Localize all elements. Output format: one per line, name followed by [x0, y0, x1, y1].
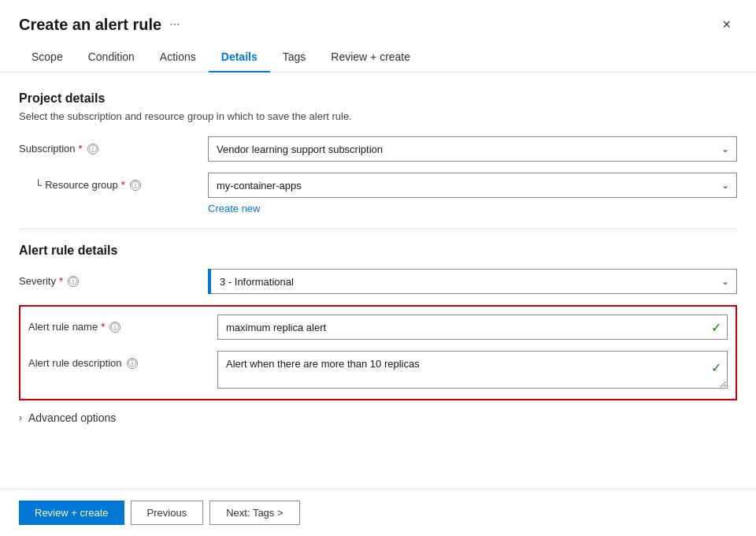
resource-group-label: └ Resource group * ⓘ [19, 173, 208, 191]
subscription-select[interactable]: Vendor learning support subscription [208, 136, 737, 162]
project-details-title: Project details [19, 91, 737, 106]
resource-group-required: * [121, 179, 125, 191]
alert-rule-desc-textarea[interactable]: Alert when there are more than 10 replic… [217, 351, 728, 389]
alert-rule-name-check-icon: ✓ [711, 320, 721, 335]
alert-rule-details-title: Alert rule details [19, 244, 737, 258]
subscription-info-icon[interactable]: ⓘ [87, 143, 98, 154]
severity-control: 3 - Informational 0 - Critical 1 - Error… [208, 269, 737, 294]
alert-rule-desc-input-wrapper: Alert when there are more than 10 replic… [217, 351, 728, 391]
dialog-ellipsis[interactable]: ··· [169, 17, 180, 32]
advanced-options-label: Advanced options [28, 411, 116, 424]
resource-group-select[interactable]: my-container-apps [208, 173, 737, 198]
alert-rule-name-input[interactable] [217, 315, 728, 340]
resource-group-row: └ Resource group * ⓘ my-container-apps ⌄… [19, 173, 737, 214]
dialog-footer: Review + create Previous Next: Tags > [0, 489, 756, 536]
subscription-label: Subscription * ⓘ [19, 136, 208, 154]
alert-rule-desc-label: Alert rule description ⓘ [28, 351, 217, 369]
advanced-options-chevron-icon: › [19, 412, 22, 423]
severity-select[interactable]: 3 - Informational 0 - Critical 1 - Error… [208, 269, 737, 294]
severity-required: * [59, 275, 63, 287]
subscription-required: * [79, 143, 83, 154]
dialog-title: Create an alert rule [19, 16, 161, 34]
rule-desc-info-icon[interactable]: ⓘ [127, 358, 138, 369]
severity-label: Severity * ⓘ [19, 269, 208, 287]
tab-tags[interactable]: Tags [270, 43, 319, 73]
tabs-bar: Scope Condition Actions Details Tags Rev… [0, 43, 756, 73]
previous-button[interactable]: Previous [131, 501, 204, 525]
advanced-options-toggle[interactable]: › Advanced options [19, 404, 737, 432]
main-content: Project details Select the subscription … [0, 73, 756, 489]
rule-name-required: * [101, 321, 105, 333]
alert-rule-desc-row: Alert rule description ⓘ Alert when ther… [28, 351, 728, 391]
alert-rule-name-input-wrapper: ✓ [217, 315, 728, 340]
severity-row: Severity * ⓘ 3 - Informational 0 - Criti… [19, 269, 737, 294]
tab-actions[interactable]: Actions [147, 43, 209, 73]
subscription-select-wrapper: Vendor learning support subscription ⌄ [208, 136, 737, 162]
resource-group-select-wrapper: my-container-apps ⌄ [208, 173, 737, 198]
alert-rule-name-label: Alert rule name * ⓘ [28, 315, 217, 333]
project-details-section: Project details Select the subscription … [19, 91, 737, 214]
severity-select-wrapper: 3 - Informational 0 - Critical 1 - Error… [208, 269, 737, 294]
tab-review-create[interactable]: Review + create [318, 43, 423, 73]
severity-info-icon[interactable]: ⓘ [68, 276, 79, 287]
alert-rule-desc-control: Alert when there are more than 10 replic… [217, 351, 728, 391]
project-details-desc: Select the subscription and resource gro… [19, 110, 737, 122]
alert-rule-name-control: ✓ [217, 315, 728, 340]
severity-bar [208, 269, 211, 294]
tab-condition[interactable]: Condition [76, 43, 147, 73]
rule-name-info-icon[interactable]: ⓘ [109, 322, 120, 333]
alert-rule-fields-highlighted: Alert rule name * ⓘ ✓ Alert rule desc [19, 305, 737, 400]
alert-rule-details-section: Alert rule details Severity * ⓘ 3 - Info… [19, 244, 737, 400]
resource-group-control: my-container-apps ⌄ Create new [208, 173, 737, 214]
subscription-control: Vendor learning support subscription ⌄ [208, 136, 737, 162]
section-divider [19, 229, 737, 229]
title-row: Create an alert rule ··· [19, 16, 180, 34]
next-tags-button[interactable]: Next: Tags > [209, 501, 299, 525]
dialog-header: Create an alert rule ··· × [0, 0, 756, 43]
alert-rule-name-row: Alert rule name * ⓘ ✓ [28, 315, 728, 340]
create-new-link[interactable]: Create new [208, 203, 260, 214]
review-create-button[interactable]: Review + create [19, 501, 124, 525]
resource-group-info-icon[interactable]: ⓘ [130, 180, 141, 191]
create-alert-dialog: Create an alert rule ··· × Scope Conditi… [0, 0, 756, 536]
alert-rule-desc-check-icon: ✓ [711, 360, 721, 375]
close-button[interactable]: × [716, 14, 737, 35]
subscription-row: Subscription * ⓘ Vendor learning support… [19, 136, 737, 162]
tab-scope[interactable]: Scope [19, 43, 76, 73]
tab-details[interactable]: Details [209, 43, 270, 73]
